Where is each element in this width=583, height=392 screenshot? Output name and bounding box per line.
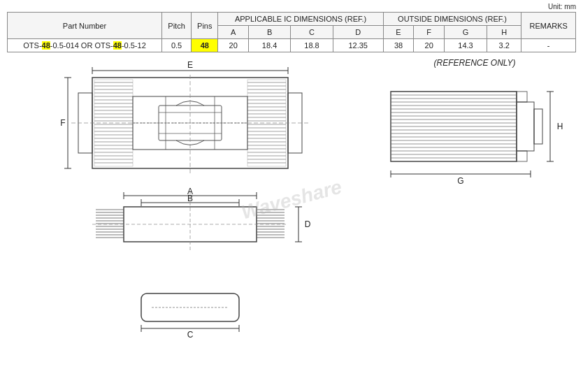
col-remarks: REMARKS [521,13,576,39]
drawings-area: E [0,58,583,341]
top-view-svg: E [50,58,330,194]
svg-rect-134 [534,109,542,144]
pins-value: 48 [192,39,218,52]
svg-rect-133 [517,102,534,151]
col-outside-dims: OUTSIDE DIMENSIONS (REF.) [383,13,521,26]
col-c: C [291,26,333,39]
svg-text:F: F [60,118,65,128]
part-number-mid: -0.5-014 OR OTS- [50,41,113,50]
col-a: A [218,26,248,39]
svg-text:E: E [187,60,193,70]
col-pitch: Pitch [162,13,192,39]
col-b: B [248,26,290,39]
front-view-svg: A B [50,187,330,292]
left-drawings: E [7,58,373,341]
val-a: 20 [218,39,248,52]
part-number-prefix: OTS- [23,41,41,50]
pitch-value: 0.5 [162,39,192,52]
side-view-svg: G H [377,71,573,217]
val-e: 38 [383,39,414,52]
val-c: 18.8 [291,39,333,52]
val-remarks: - [521,39,576,52]
dimensions-table: Part Number Pitch Pins APPLICABLE IC DIM… [7,12,576,52]
col-applicable-ic: APPLICABLE IC DIMENSIONS (REF.) [218,13,383,26]
col-part-number: Part Number [8,13,162,39]
bottom-view-svg: C [50,285,330,341]
svg-rect-135 [517,92,527,102]
svg-text:C: C [187,330,194,340]
val-b: 18.4 [248,39,290,52]
svg-text:D: D [305,219,311,229]
val-h: 3.2 [487,39,521,52]
part-number-suffix: -0.5-12 [122,41,146,50]
col-f: F [414,26,445,39]
svg-text:G: G [457,176,463,186]
col-h: H [487,26,521,39]
col-pins: Pins [192,13,218,39]
reference-only-label: (REFERENCE ONLY) [434,58,516,68]
val-g: 14.3 [445,39,487,52]
col-d: D [333,26,383,39]
svg-text:H: H [557,122,563,131]
svg-rect-136 [517,151,527,161]
part-number-highlight2: 48 [113,41,122,50]
col-g: G [445,26,487,39]
part-number-highlight1: 48 [42,41,50,50]
val-f: 20 [414,39,445,52]
part-number-cell: OTS-48-0.5-014 OR OTS-48-0.5-12 [8,39,162,52]
val-d: 12.35 [333,39,383,52]
col-e: E [383,26,414,39]
unit-label: Unit: mm [0,0,583,12]
right-drawing: (REFERENCE ONLY) [373,58,576,341]
